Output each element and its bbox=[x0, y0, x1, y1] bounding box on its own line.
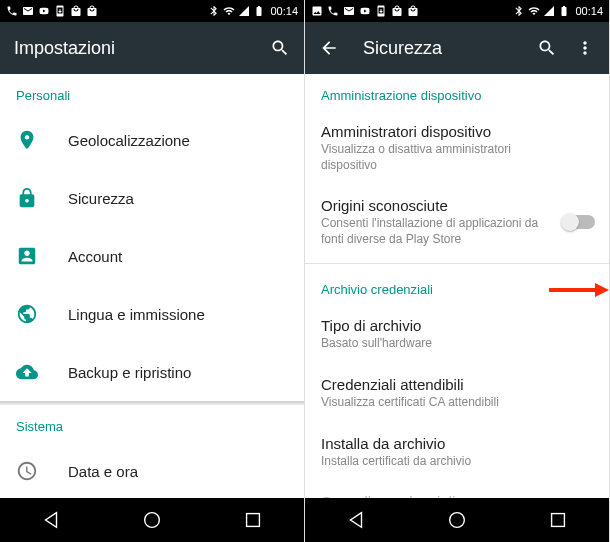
nav-home[interactable] bbox=[446, 509, 468, 531]
settings-item-geolocation[interactable]: Geolocalizzazione bbox=[0, 111, 304, 169]
search-icon[interactable] bbox=[537, 38, 557, 58]
nav-recent[interactable] bbox=[547, 509, 569, 531]
clock-icon bbox=[16, 460, 38, 482]
wifi-icon bbox=[223, 5, 235, 17]
shopping-icon bbox=[70, 5, 82, 17]
svg-rect-5 bbox=[552, 514, 565, 527]
nav-bar bbox=[305, 498, 609, 542]
youtube-icon bbox=[38, 5, 50, 17]
settings-item-label: Lingua e immissione bbox=[68, 306, 205, 323]
status-bar: 00:14 bbox=[305, 0, 609, 22]
status-time: 00:14 bbox=[575, 5, 603, 17]
pref-sub: Installa certificati da archivio bbox=[321, 454, 593, 470]
screenshot-icon bbox=[311, 5, 323, 17]
system-update-icon bbox=[54, 5, 66, 17]
phone-left: 00:14 Impostazioni Personali Geolocalizz… bbox=[0, 0, 305, 542]
pref-device-admin[interactable]: Amministratori dispositivo Visualizza o … bbox=[305, 111, 609, 185]
wifi-icon bbox=[528, 5, 540, 17]
pref-title: Tipo di archivio bbox=[321, 317, 593, 334]
bluetooth-icon bbox=[208, 5, 220, 17]
pref-install-from-storage[interactable]: Installa da archivio Installa certificat… bbox=[305, 423, 609, 482]
more-icon[interactable] bbox=[575, 38, 595, 58]
settings-item-language[interactable]: Lingua e immissione bbox=[0, 285, 304, 343]
gmail-icon bbox=[343, 5, 355, 17]
nav-bar bbox=[0, 498, 304, 542]
back-icon[interactable] bbox=[319, 38, 339, 58]
section-header-admin: Amministrazione dispositivo bbox=[305, 74, 609, 111]
shopping-icon-2 bbox=[86, 5, 98, 17]
pref-title: Credenziali attendibili bbox=[321, 376, 593, 393]
security-prefs: Amministrazione dispositivo Amministrato… bbox=[305, 74, 609, 498]
signal-icon bbox=[238, 5, 250, 17]
settings-item-security[interactable]: Sicurezza bbox=[0, 169, 304, 227]
shopping-icon-2 bbox=[407, 5, 419, 17]
phone-right: 00:14 Sicurezza Amministrazione disposit… bbox=[305, 0, 610, 542]
pref-sub: Basato sull'hardware bbox=[321, 336, 593, 352]
location-icon bbox=[16, 129, 38, 151]
section-header-sistema: Sistema bbox=[0, 405, 304, 442]
search-icon[interactable] bbox=[270, 38, 290, 58]
settings-item-label: Geolocalizzazione bbox=[68, 132, 190, 149]
svg-rect-1 bbox=[247, 514, 260, 527]
signal-icon bbox=[543, 5, 555, 17]
status-time: 00:14 bbox=[270, 5, 298, 17]
page-title: Sicurezza bbox=[363, 38, 519, 59]
pref-sub: Visualizza o disattiva amministratori di… bbox=[321, 142, 593, 173]
pref-storage-type[interactable]: Tipo di archivio Basato sull'hardware bbox=[305, 305, 609, 364]
pref-title: Origini sconosciute bbox=[321, 197, 593, 214]
svg-point-4 bbox=[450, 513, 465, 528]
pref-title: Cancella credenziali bbox=[321, 493, 593, 498]
settings-item-backup[interactable]: Backup e ripristino bbox=[0, 343, 304, 401]
nav-recent[interactable] bbox=[242, 509, 264, 531]
section-header-personali: Personali bbox=[0, 74, 304, 111]
system-update-icon bbox=[375, 5, 387, 17]
settings-item-datetime[interactable]: Data e ora bbox=[0, 442, 304, 498]
nav-back[interactable] bbox=[40, 509, 62, 531]
app-bar: Sicurezza bbox=[305, 22, 609, 74]
battery-icon bbox=[558, 5, 570, 17]
section-header-credentials: Archivio credenziali bbox=[305, 268, 609, 305]
pref-trusted-credentials[interactable]: Credenziali attendibili Visualizza certi… bbox=[305, 364, 609, 423]
settings-item-account[interactable]: Account bbox=[0, 227, 304, 285]
app-bar: Impostazioni bbox=[0, 22, 304, 74]
shopping-icon bbox=[391, 5, 403, 17]
bluetooth-icon bbox=[513, 5, 525, 17]
settings-list: Personali Geolocalizzazione Sicurezza Ac… bbox=[0, 74, 304, 498]
lock-icon bbox=[16, 187, 38, 209]
status-bar: 00:14 bbox=[0, 0, 304, 22]
settings-item-label: Backup e ripristino bbox=[68, 364, 191, 381]
pref-clear-credentials: Cancella credenziali Rimuovi tutti i cer… bbox=[305, 481, 609, 498]
battery-icon bbox=[253, 5, 265, 17]
globe-icon bbox=[16, 303, 38, 325]
nav-home[interactable] bbox=[141, 509, 163, 531]
youtube-icon bbox=[359, 5, 371, 17]
svg-point-0 bbox=[145, 513, 160, 528]
unknown-sources-toggle[interactable] bbox=[563, 215, 595, 229]
pref-title: Installa da archivio bbox=[321, 435, 593, 452]
pref-sub: Visualizza certificati CA attendibili bbox=[321, 395, 593, 411]
pref-sub: Consenti l'installazione di applicazioni… bbox=[321, 216, 593, 247]
account-icon bbox=[16, 245, 38, 267]
phone-icon bbox=[6, 5, 18, 17]
divider bbox=[305, 263, 609, 264]
pref-unknown-sources[interactable]: Origini sconosciute Consenti l'installaz… bbox=[305, 185, 609, 259]
page-title: Impostazioni bbox=[14, 38, 252, 59]
backup-icon bbox=[16, 361, 38, 383]
phone-icon bbox=[327, 5, 339, 17]
pref-title: Amministratori dispositivo bbox=[321, 123, 593, 140]
settings-item-label: Account bbox=[68, 248, 122, 265]
settings-item-label: Sicurezza bbox=[68, 190, 134, 207]
gmail-icon bbox=[22, 5, 34, 17]
settings-item-label: Data e ora bbox=[68, 463, 138, 480]
nav-back[interactable] bbox=[345, 509, 367, 531]
